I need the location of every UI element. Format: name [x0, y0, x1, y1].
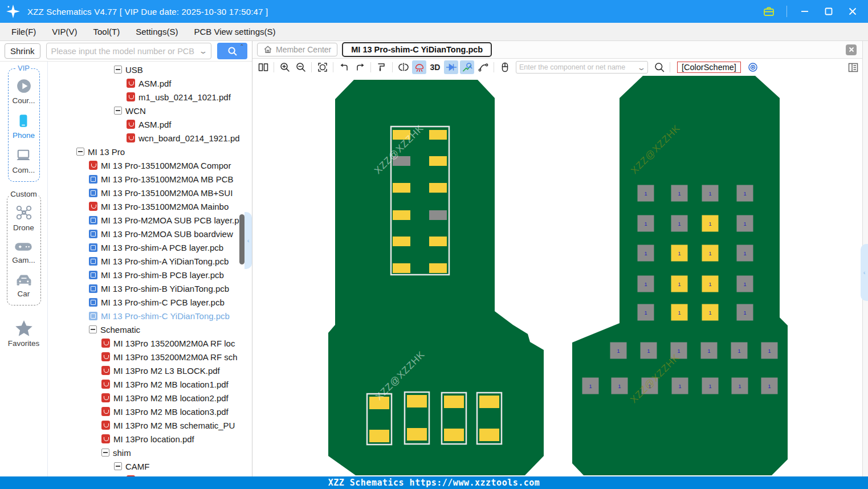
minimize-button[interactable]	[798, 5, 811, 18]
pcb-pad[interactable]	[429, 210, 447, 220]
net-search-input[interactable]	[519, 63, 638, 71]
tree-item[interactable]: MI 13 Pro-135100M2M0A Compor	[48, 158, 252, 172]
sidebar-item-courses[interactable]: Cour...	[13, 78, 35, 105]
tree-collapse-handle[interactable]: ‹	[244, 212, 252, 269]
close-all-tabs-icon[interactable]	[846, 44, 857, 55]
mirror-flip-icon[interactable]	[396, 60, 410, 74]
tree-item[interactable]: m1_usb_0214_1021.pdf	[48, 90, 252, 104]
net-search-box[interactable]: ⌄	[516, 61, 648, 74]
tree-item[interactable]: MI 13Pro 135200M2M0A RF loc	[48, 336, 252, 350]
tree-folder[interactable]: shim	[48, 446, 252, 459]
scroll-up-arrow-icon[interactable]: ⌃	[238, 43, 246, 50]
zoom-in-icon[interactable]	[278, 60, 292, 74]
rotate-cw-icon[interactable]	[353, 60, 367, 74]
menu-settings[interactable]: Settings(S)	[128, 27, 186, 36]
curve-measure-icon[interactable]	[476, 60, 490, 74]
tree-item[interactable]: MI 13 Pro-shim-B YiDianTong.pcb	[48, 282, 252, 295]
tree-item[interactable]: MI 13Pro M2 MB schematic_PU	[48, 418, 252, 432]
lamp-highlight-icon[interactable]	[412, 60, 426, 74]
tree-item[interactable]: MI 13 Pro-135100M2M0A MB+SUI	[48, 186, 252, 199]
tab-active-pcb[interactable]: MI 13 Pro-shim-C YiDianTong.pcb	[342, 42, 492, 57]
tree-item[interactable]: MI 13 Pro-shim-A YiDianTong.pcb	[48, 254, 252, 268]
net-search-icon[interactable]	[652, 60, 666, 74]
paint-tool-icon[interactable]	[374, 60, 389, 74]
tree-item[interactable]: MI 13 Pro-135100M2M0A MB PCB	[48, 172, 252, 186]
colorscheme-button[interactable]: [ColorScheme]	[677, 62, 741, 73]
tree-item[interactable]: 4881000033KX_DSN.pdf	[48, 473, 252, 476]
tree-item[interactable]: MI 13Pro M2 MB location3.pdf	[48, 405, 252, 418]
tree-folder[interactable]: WCN	[48, 104, 252, 117]
collapse-expander-icon[interactable]	[89, 325, 97, 333]
sidebar-item-favorites[interactable]: Favorites	[8, 319, 40, 348]
tree-item[interactable]: MI 13Pro M2 MB location2.pdf	[48, 391, 252, 405]
maximize-button[interactable]	[822, 5, 835, 18]
split-view-icon[interactable]	[256, 60, 270, 74]
tree-scrollbar-thumb[interactable]	[239, 214, 244, 264]
right-panel-collapse-handle[interactable]: ‹	[861, 244, 868, 301]
pcb-pad[interactable]	[393, 210, 410, 220]
pcb-pad[interactable]	[479, 396, 499, 408]
pcb-pad[interactable]	[429, 183, 447, 193]
collapse-expander-icon[interactable]	[114, 107, 122, 115]
zoom-out-icon[interactable]	[294, 60, 308, 74]
pcb-pad[interactable]	[393, 263, 410, 273]
model-search-box[interactable]: ⌄	[46, 43, 211, 59]
tree-folder[interactable]: CAMF	[48, 459, 252, 473]
pcb-pad[interactable]	[393, 183, 410, 193]
collapse-expander-icon[interactable]	[76, 148, 84, 156]
menu-tool[interactable]: Tool(T)	[85, 27, 128, 36]
pcb-pad[interactable]	[369, 430, 389, 442]
pcb-pad[interactable]	[479, 429, 499, 441]
tree-item[interactable]: MI 13 Pro-135100M2M0A Mainbo	[48, 199, 252, 213]
pcb-pad[interactable]	[429, 237, 447, 246]
tree-item[interactable]: MI 13 Pro-shim-B PCB layer.pcb	[48, 268, 252, 282]
menu-vip[interactable]: VIP(V)	[44, 27, 85, 36]
tree-item[interactable]: MI 13 Pro-shim-A PCB layer.pcb	[48, 241, 252, 254]
collapse-expander-icon[interactable]	[114, 66, 122, 74]
pcb-pad[interactable]	[407, 428, 427, 441]
collapse-expander-icon[interactable]	[101, 449, 109, 457]
fit-view-icon[interactable]	[315, 60, 329, 74]
tree-item[interactable]: MI 13 Pro-shim-C YiDianTong.pcb	[48, 309, 252, 323]
briefcase-icon[interactable]	[763, 5, 775, 18]
eye-visibility-icon[interactable]	[746, 60, 760, 74]
sidebar-item-computer[interactable]: Com...	[13, 148, 35, 174]
tree-folder[interactable]: USB	[48, 63, 252, 76]
tree-item[interactable]: ASM.pdf	[48, 76, 252, 90]
tree-item[interactable]: MI 13Pro M2 L3 BLOCK.pdf	[48, 364, 252, 377]
close-button[interactable]	[846, 5, 859, 18]
pcb-pad[interactable]	[407, 395, 427, 408]
pcb-pad[interactable]	[429, 130, 447, 140]
pcb-pad[interactable]	[429, 263, 447, 273]
sidebar-item-drone[interactable]: Drone	[13, 204, 34, 232]
sidebar-item-phone[interactable]: Phone	[13, 113, 35, 140]
pcb-pad[interactable]	[393, 237, 410, 246]
menu-pcb-view-settings[interactable]: PCB View settings(S)	[186, 27, 283, 36]
member-center-button[interactable]: Member Center	[257, 43, 337, 56]
net-probe-icon[interactable]	[460, 60, 474, 74]
model-search-input[interactable]	[51, 47, 201, 56]
tree-folder[interactable]: MI 13 Pro	[48, 145, 252, 158]
pcb-board-view[interactable]: 111111111111111111111111111111111 XZZ@XZ…	[252, 76, 862, 476]
pcb-canvas[interactable]: 111111111111111111111111111111111 XZZ@XZ…	[252, 76, 862, 476]
tree-item[interactable]: wcn_board_0214_1921.pd	[48, 131, 252, 145]
tree-item[interactable]: MI 13 Pro-shim-C PCB layer.pcb	[48, 295, 252, 309]
chevron-down-icon[interactable]: ⌄	[637, 63, 646, 72]
collapse-expander-icon[interactable]	[114, 462, 122, 470]
chevron-down-icon[interactable]: ⌄	[198, 47, 207, 55]
mouse-settings-icon[interactable]	[498, 60, 512, 74]
menu-file[interactable]: File(F)	[3, 27, 44, 36]
pcb-pad[interactable]	[444, 396, 464, 408]
pcb-pad[interactable]	[444, 429, 464, 441]
tree-item[interactable]: MI 13Pro location.pdf	[48, 432, 252, 446]
sidebar-item-game[interactable]: Gam...	[12, 240, 35, 264]
shrink-button[interactable]: Shrink	[5, 43, 40, 59]
diode-mode-icon[interactable]	[444, 60, 458, 74]
tree-item[interactable]: MI 13 Pro-M2MOA SUB boardview	[48, 227, 252, 241]
tree-item[interactable]: MI 13Pro 135200M2M0A RF sch	[48, 350, 252, 364]
tree-item[interactable]: MI 13 Pro-M2MOA SUB PCB layer.p	[48, 213, 252, 227]
tree-item[interactable]: ASM.pdf	[48, 117, 252, 131]
tree-item[interactable]: MI 13Pro M2 MB location1.pdf	[48, 377, 252, 391]
sidebar-item-car[interactable]: Car	[14, 272, 34, 298]
rotate-ccw-icon[interactable]	[337, 60, 351, 74]
